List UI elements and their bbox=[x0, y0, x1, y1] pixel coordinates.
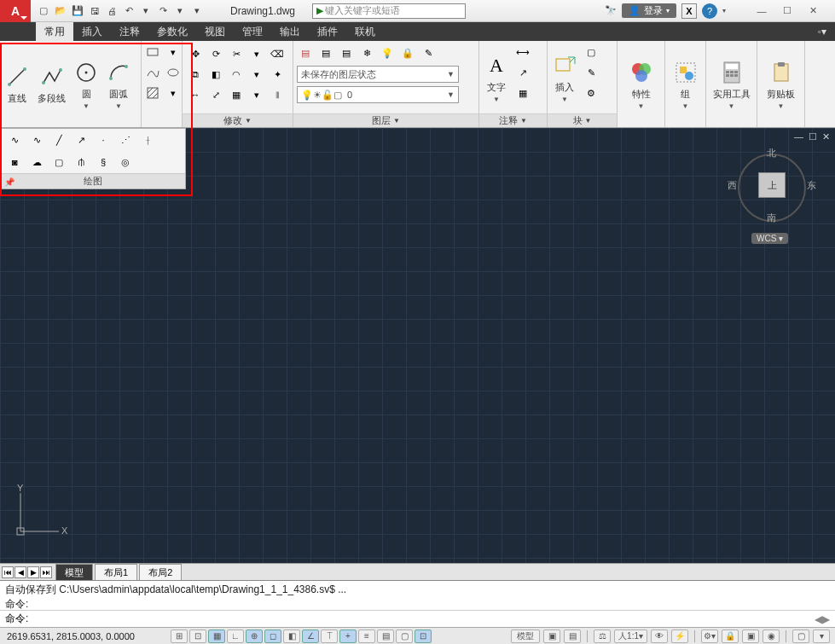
utilities-button[interactable]: 实用工具 ▼ bbox=[710, 43, 754, 125]
properties-button[interactable]: 特性 ▼ bbox=[626, 43, 657, 125]
otrack-icon[interactable]: ∠ bbox=[302, 629, 319, 643]
help-icon[interactable]: ? bbox=[702, 3, 717, 19]
annoauto-icon[interactable]: ⚡ bbox=[671, 629, 688, 643]
move-icon[interactable]: ✥ bbox=[186, 44, 205, 63]
offset-icon[interactable]: ⫴ bbox=[268, 85, 287, 104]
edit-attr-icon[interactable]: ⚙ bbox=[582, 84, 600, 102]
search-input[interactable]: ▶ 键入关键字或短语 bbox=[312, 3, 466, 19]
divide-icon[interactable]: ⋰ bbox=[115, 131, 136, 149]
hardware-accel-icon[interactable]: ▣ bbox=[742, 629, 759, 643]
point-icon[interactable]: · bbox=[93, 131, 113, 149]
scale-display[interactable]: 人 1:1▾ bbox=[614, 629, 647, 643]
mirror-icon[interactable]: ◧ bbox=[206, 65, 225, 84]
tab-first-icon[interactable]: ⏮ bbox=[2, 566, 14, 578]
redo-drop-icon[interactable]: ▾ bbox=[172, 3, 188, 19]
qp-icon[interactable]: ▢ bbox=[396, 629, 413, 643]
tab-output[interactable]: 输出 bbox=[271, 22, 309, 42]
annoscale-icon[interactable]: ⚖ bbox=[594, 629, 611, 643]
layer-off-icon[interactable]: 💡 bbox=[378, 44, 397, 62]
layer-state-combo[interactable]: 未保存的图层状态 ▼ bbox=[297, 66, 459, 83]
redo-icon[interactable]: ↷ bbox=[155, 3, 171, 19]
tab-insert[interactable]: 插入 bbox=[73, 22, 111, 42]
save-icon[interactable]: 💾 bbox=[70, 3, 85, 19]
rotate-icon[interactable]: ⟳ bbox=[206, 44, 225, 63]
tab-plugins[interactable]: 插件 bbox=[309, 22, 346, 42]
erase-icon[interactable]: ⌫ bbox=[268, 44, 287, 63]
edit-block-icon[interactable]: ✎ bbox=[582, 63, 600, 82]
trim-icon[interactable]: ✂ bbox=[227, 44, 246, 63]
group-button[interactable]: 组 ▼ bbox=[670, 43, 701, 125]
circle-button[interactable]: 圆 ▼ bbox=[71, 43, 101, 125]
doc-minimize-icon[interactable]: — bbox=[794, 131, 803, 142]
cmd-scroll-right-icon[interactable]: ▶ bbox=[822, 613, 830, 625]
tab-layout1[interactable]: 布局1 bbox=[95, 564, 137, 581]
layer-freeze-icon[interactable]: ❄ bbox=[357, 44, 376, 62]
measure-icon[interactable]: ⟊ bbox=[137, 131, 158, 149]
viewcube-top[interactable]: 上 bbox=[758, 172, 786, 198]
ws-switch-icon[interactable]: ⚙▾ bbox=[701, 629, 718, 643]
snap-icon[interactable]: ⊡ bbox=[189, 629, 206, 643]
scale-icon[interactable]: ⤢ bbox=[206, 85, 225, 104]
arc-button[interactable]: 圆弧 ▼ bbox=[103, 43, 134, 125]
coordinates-display[interactable]: 2619.6531, 2815.0003, 0.0000 bbox=[0, 631, 171, 641]
osnap-icon[interactable]: ◻ bbox=[264, 629, 281, 643]
exchange-icon[interactable]: X bbox=[681, 3, 697, 19]
line-button[interactable]: 直线 bbox=[2, 43, 32, 125]
close-button[interactable]: ✕ bbox=[808, 6, 818, 16]
trim-drop-icon[interactable]: ▾ bbox=[247, 44, 266, 63]
fillet-icon[interactable]: ◠ bbox=[227, 65, 246, 84]
layer-lock-icon[interactable]: 🔒 bbox=[398, 44, 417, 62]
leader-icon[interactable]: ↗ bbox=[513, 63, 532, 82]
array-icon[interactable]: ▦ bbox=[227, 85, 246, 104]
sc-icon[interactable]: ⊡ bbox=[415, 629, 432, 643]
layer-match-icon[interactable]: ✎ bbox=[419, 44, 438, 62]
doc-maximize-icon[interactable]: ☐ bbox=[809, 131, 817, 142]
lwt-icon[interactable]: ≡ bbox=[358, 629, 375, 643]
grid-icon[interactable]: ▦ bbox=[208, 629, 225, 643]
undo-drop-icon[interactable]: ▾ bbox=[138, 3, 154, 19]
tab-home[interactable]: 常用 bbox=[36, 22, 73, 42]
customize-status-icon[interactable]: ▾ bbox=[813, 629, 830, 643]
tpy-icon[interactable]: ▤ bbox=[377, 629, 394, 643]
tab-online[interactable]: 联机 bbox=[346, 22, 384, 42]
explode-icon[interactable]: ✦ bbox=[268, 65, 287, 84]
view-cube[interactable]: 北 南 西 东 上 WCS ▾ bbox=[729, 150, 815, 244]
create-block-icon[interactable]: ▢ bbox=[582, 43, 600, 61]
maximize-button[interactable]: ☐ bbox=[782, 6, 792, 16]
quickview-layouts-icon[interactable]: ▣ bbox=[543, 629, 560, 643]
dimension-icon[interactable]: ⟷ bbox=[513, 43, 532, 61]
undo-icon[interactable]: ↶ bbox=[121, 3, 136, 19]
cmd-scroll-left-icon[interactable]: ◀ bbox=[815, 613, 822, 625]
qat-customize-icon[interactable]: ▾ bbox=[189, 3, 205, 19]
infer-icon[interactable]: ⊞ bbox=[171, 629, 188, 643]
copy-icon[interactable]: ⧉ bbox=[186, 65, 205, 84]
hatch-drop-icon[interactable]: ▾ bbox=[164, 84, 183, 102]
xline-icon[interactable]: ╱ bbox=[49, 131, 69, 149]
tab-parametric[interactable]: 参数化 bbox=[148, 22, 196, 42]
open-icon[interactable]: 📂 bbox=[53, 3, 68, 19]
rectangle-icon[interactable] bbox=[143, 43, 162, 61]
quickview-drawings-icon[interactable]: ▤ bbox=[564, 629, 581, 643]
clean-screen-icon[interactable]: ▢ bbox=[792, 629, 809, 643]
panel-block-title[interactable]: 块▼ bbox=[548, 113, 617, 127]
ellipse-icon[interactable] bbox=[164, 63, 183, 82]
layer-prop-icon[interactable]: ▤ bbox=[296, 44, 315, 62]
helix-icon[interactable]: § bbox=[93, 153, 113, 171]
layer-states-icon[interactable]: ▤ bbox=[316, 44, 335, 62]
wcs-badge[interactable]: WCS ▾ bbox=[751, 233, 788, 244]
spline-cv-icon[interactable]: ∿ bbox=[26, 131, 47, 149]
binoculars-icon[interactable]: 🔭 bbox=[605, 5, 617, 16]
dyn-icon[interactable]: + bbox=[339, 629, 357, 643]
layer-iso-icon[interactable]: ▤ bbox=[337, 44, 356, 62]
tab-prev-icon[interactable]: ◀ bbox=[14, 566, 26, 578]
insert-block-button[interactable]: 插入 ▼ bbox=[549, 43, 580, 112]
isolate-icon[interactable]: ◉ bbox=[763, 629, 780, 643]
ortho-icon[interactable]: ∟ bbox=[227, 629, 244, 643]
tab-view[interactable]: 视图 bbox=[196, 22, 234, 42]
panel-layers-title[interactable]: 图层▼ bbox=[293, 113, 478, 127]
tab-annotate[interactable]: 注释 bbox=[111, 22, 148, 42]
ducs-icon[interactable]: ⟙ bbox=[321, 629, 338, 643]
help-drop-icon[interactable]: ▾ bbox=[722, 7, 726, 15]
hatch-icon[interactable] bbox=[143, 84, 162, 102]
spline-fit-icon[interactable]: ∿ bbox=[4, 131, 25, 149]
